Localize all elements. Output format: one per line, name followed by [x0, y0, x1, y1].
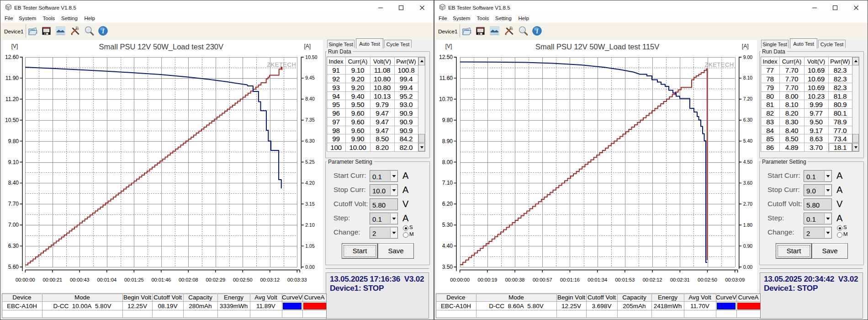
- svg-text:2.70: 2.70: [743, 201, 753, 207]
- svg-text:00:00:00: 00:00:00: [450, 277, 470, 283]
- svg-text:6.30: 6.30: [305, 138, 315, 144]
- svg-text:8.10: 8.10: [743, 75, 753, 80]
- svg-text:9.00: 9.00: [743, 54, 753, 60]
- svg-text:[V]: [V]: [445, 43, 452, 49]
- svg-text:[A]: [A]: [304, 43, 311, 49]
- svg-text:00:00:57: 00:00:57: [533, 277, 552, 283]
- svg-text:1.05: 1.05: [305, 243, 315, 249]
- svg-text:7.10: 7.10: [442, 180, 453, 186]
- svg-text:11.60: 11.60: [439, 75, 453, 81]
- svg-text:3.50: 3.50: [442, 264, 453, 270]
- svg-text:4.40: 4.40: [442, 243, 453, 249]
- svg-text:00:00:38: 00:00:38: [505, 277, 525, 283]
- svg-text:7.35: 7.35: [305, 117, 315, 123]
- svg-text:6.30: 6.30: [743, 117, 753, 123]
- svg-text:12.60: 12.60: [5, 54, 19, 60]
- svg-text:ZKETECH: ZKETECH: [705, 61, 734, 68]
- svg-text:3.60: 3.60: [743, 180, 753, 186]
- svg-text:11.20: 11.20: [5, 96, 19, 102]
- svg-text:7.00: 7.00: [8, 222, 19, 228]
- svg-text:00:00:43: 00:00:43: [70, 277, 90, 283]
- svg-text:00:03:09: 00:03:09: [725, 277, 745, 283]
- svg-text:4.50: 4.50: [743, 159, 753, 165]
- svg-text:00:02:08: 00:02:08: [179, 277, 198, 283]
- svg-text:i: i: [536, 27, 538, 35]
- svg-text:9.80: 9.80: [8, 138, 19, 144]
- svg-text:00:02:29: 00:02:29: [206, 277, 225, 283]
- svg-text:00:03:33: 00:03:33: [287, 277, 307, 283]
- svg-text:00:01:53: 00:01:53: [615, 277, 635, 283]
- svg-text:12.50: 12.50: [439, 54, 453, 60]
- svg-text:00:02:50: 00:02:50: [698, 277, 717, 283]
- svg-text:10.70: 10.70: [439, 96, 453, 102]
- svg-text:3.15: 3.15: [305, 201, 315, 207]
- svg-text:9.45: 9.45: [305, 75, 315, 80]
- svg-text:00:01:46: 00:01:46: [151, 277, 171, 283]
- svg-text:5.40: 5.40: [743, 138, 753, 144]
- svg-text:00:01:34: 00:01:34: [587, 277, 607, 283]
- svg-text:0.00: 0.00: [743, 264, 753, 270]
- svg-text:00:00:19: 00:00:19: [477, 277, 497, 283]
- svg-text:9.10: 9.10: [8, 159, 19, 165]
- svg-text:2.10: 2.10: [305, 222, 315, 228]
- svg-text:00:01:25: 00:01:25: [124, 277, 144, 283]
- svg-text:00:02:12: 00:02:12: [643, 277, 662, 283]
- svg-text:00:00:00: 00:00:00: [16, 277, 35, 283]
- svg-text:8.40: 8.40: [8, 180, 19, 186]
- svg-text:[V]: [V]: [11, 43, 18, 49]
- svg-text:5.30: 5.30: [442, 222, 453, 228]
- svg-text:Small PSU 12V 50W_Load test 23: Small PSU 12V 50W_Load test 230V: [99, 43, 223, 51]
- svg-text:00:03:12: 00:03:12: [260, 277, 280, 283]
- svg-text:7.20: 7.20: [743, 96, 753, 101]
- svg-text:8.40: 8.40: [305, 96, 315, 101]
- svg-text:10.50: 10.50: [305, 54, 317, 60]
- svg-text:5.25: 5.25: [305, 159, 315, 165]
- svg-text:8.00: 8.00: [442, 159, 453, 165]
- svg-text:00:02:50: 00:02:50: [233, 277, 253, 283]
- svg-text:10.50: 10.50: [5, 117, 19, 123]
- svg-text:11.90: 11.90: [5, 75, 19, 81]
- svg-text:0.90: 0.90: [743, 243, 753, 249]
- svg-text:00:01:16: 00:01:16: [560, 277, 580, 283]
- svg-text:4.20: 4.20: [305, 180, 315, 186]
- svg-text:i: i: [102, 27, 104, 35]
- svg-text:1.80: 1.80: [743, 222, 753, 228]
- svg-text:00:02:31: 00:02:31: [670, 277, 690, 283]
- svg-text:5.60: 5.60: [8, 264, 19, 270]
- svg-text:6.20: 6.20: [442, 201, 453, 207]
- svg-text:0.00: 0.00: [305, 264, 315, 270]
- svg-text:6.30: 6.30: [8, 243, 19, 249]
- svg-text:00:01:04: 00:01:04: [97, 277, 116, 283]
- svg-text:9.80: 9.80: [442, 117, 453, 123]
- svg-text:00:00:21: 00:00:21: [42, 277, 62, 283]
- svg-text:[A]: [A]: [742, 43, 749, 49]
- svg-text:Small PSU 12V 50W_Load test 11: Small PSU 12V 50W_Load test 115V: [535, 43, 659, 51]
- svg-text:8.90: 8.90: [442, 138, 453, 144]
- svg-text:7.70: 7.70: [8, 201, 19, 207]
